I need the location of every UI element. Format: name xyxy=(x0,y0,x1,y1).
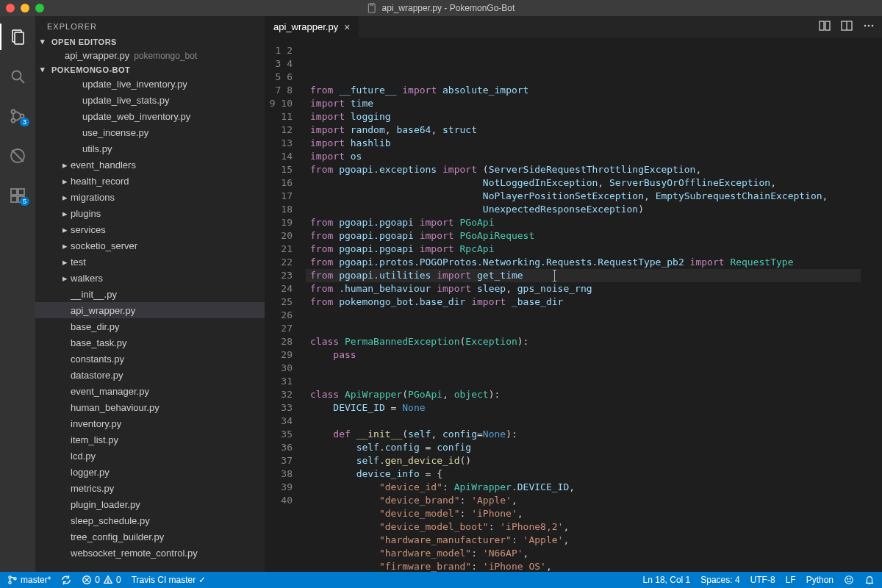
tree-folder[interactable]: ▸health_record xyxy=(35,173,265,189)
compare-icon[interactable] xyxy=(819,20,831,34)
status-spaces[interactable]: Spaces: 4 xyxy=(700,575,739,585)
svg-line-4 xyxy=(20,79,24,83)
tree-file[interactable]: item_list.py xyxy=(35,431,265,448)
status-sync[interactable] xyxy=(61,575,71,585)
bell-icon xyxy=(864,575,875,585)
tree-file[interactable]: plugin_loader.py xyxy=(35,496,265,512)
tree-file[interactable]: websocket_remote_control.py xyxy=(35,545,265,561)
tree-file[interactable]: logger.py xyxy=(35,464,265,480)
tree-item-label: update_live_inventory.py xyxy=(82,79,187,90)
tree-file[interactable]: datastore.py xyxy=(35,367,265,383)
sidebar-title: EXPLORER xyxy=(35,16,265,35)
svg-point-30 xyxy=(847,578,848,579)
tab-api-wrapper[interactable]: api_wrapper.py × xyxy=(265,16,359,38)
activity-extensions[interactable]: 5 xyxy=(0,182,35,209)
tree-file[interactable]: utils.py xyxy=(35,140,265,157)
tree-file[interactable]: update_live_stats.py xyxy=(35,92,265,108)
tree-item-label: sleep_schedule.py xyxy=(71,515,150,526)
tree-item-label: item_list.py xyxy=(71,434,118,445)
status-problems[interactable]: 0 0 xyxy=(82,575,121,585)
tree-file[interactable]: metrics.py xyxy=(35,480,265,496)
tree-item-label: test xyxy=(71,257,86,268)
svg-line-9 xyxy=(12,150,24,162)
tree-file[interactable]: inventory.py xyxy=(35,415,265,431)
status-lncol[interactable]: Ln 18, Col 1 xyxy=(643,575,691,585)
chevron-right-icon: ▸ xyxy=(59,257,71,268)
editor-area: api_wrapper.py × 1 2 3 4 5 6 7 8 9 10 11… xyxy=(265,16,882,572)
close-icon[interactable]: × xyxy=(344,21,350,33)
tree-item-label: logger.py xyxy=(71,467,110,478)
code-editor[interactable]: 1 2 3 4 5 6 7 8 9 10 11 12 13 14 15 16 1… xyxy=(265,38,882,572)
tree-item-label: socketio_server xyxy=(71,240,137,251)
tree-folder[interactable]: ▸plugins xyxy=(35,205,265,221)
sync-icon xyxy=(61,575,71,585)
tree-folder[interactable]: ▸event_handlers xyxy=(35,157,265,173)
activity-source-control[interactable]: 3 xyxy=(0,103,35,129)
status-encoding[interactable]: UTF-8 xyxy=(750,575,775,585)
status-branch[interactable]: master* xyxy=(7,575,51,585)
error-icon xyxy=(82,575,92,585)
tree-file[interactable]: lcd.py xyxy=(35,448,265,464)
tree-folder[interactable]: ▸services xyxy=(35,221,265,237)
tree-file[interactable]: tree_config_builder.py xyxy=(35,528,265,545)
svg-point-19 xyxy=(868,25,870,27)
tree-file[interactable]: constants.py xyxy=(35,351,265,367)
svg-point-29 xyxy=(845,576,853,584)
tree-folder[interactable]: ▸walkers xyxy=(35,270,265,286)
tree-folder[interactable]: ▸socketio_server xyxy=(35,237,265,254)
chevron-right-icon: ▸ xyxy=(59,224,71,235)
tree-file[interactable]: __init__.py xyxy=(35,286,265,302)
status-bar: master* 0 0 Travis CI master ✓ Ln 18, Co… xyxy=(0,572,882,588)
tree-file[interactable]: event_manager.py xyxy=(35,383,265,399)
maximize-window-button[interactable] xyxy=(35,4,44,12)
open-editor-hint: pokemongo_bot xyxy=(134,51,197,61)
scm-badge: 3 xyxy=(20,118,29,126)
tree-folder[interactable]: ▸migrations xyxy=(35,189,265,205)
status-language[interactable]: Python xyxy=(806,575,833,585)
status-feedback[interactable] xyxy=(844,575,854,585)
activity-search[interactable] xyxy=(0,63,35,90)
svg-point-31 xyxy=(850,578,850,579)
folder-header[interactable]: ▾ POKEMONGO-BOT xyxy=(35,63,265,76)
svg-point-22 xyxy=(9,581,11,584)
tree-item-label: walkers xyxy=(71,273,103,284)
tree-file[interactable]: base_task.py xyxy=(35,334,265,351)
activity-explorer[interactable] xyxy=(0,24,35,50)
close-window-button[interactable] xyxy=(6,4,15,12)
tree-item-label: update_web_inventory.py xyxy=(82,111,190,122)
chevron-down-icon: ▾ xyxy=(37,37,49,46)
chevron-right-icon: ▸ xyxy=(59,176,71,187)
tree-item-label: plugins xyxy=(71,208,101,219)
tree-file[interactable]: sleep_schedule.py xyxy=(35,512,265,528)
status-notifications[interactable] xyxy=(864,575,875,585)
tree-item-label: base_task.py xyxy=(71,337,127,348)
tree-file[interactable]: human_behaviour.py xyxy=(35,399,265,415)
tree-file[interactable]: update_live_inventory.py xyxy=(35,76,265,92)
git-branch-icon xyxy=(7,575,18,585)
tree-folder[interactable]: ▸test xyxy=(35,254,265,270)
tree-item-label: services xyxy=(71,224,106,235)
tree-file[interactable]: use_incense.py xyxy=(35,124,265,140)
minimize-window-button[interactable] xyxy=(21,4,29,12)
activity-debug[interactable] xyxy=(0,143,35,169)
svg-point-18 xyxy=(864,25,867,27)
file-tree[interactable]: update_live_inventory.pyupdate_live_stat… xyxy=(35,76,265,572)
tree-file[interactable]: api_wrapper.py xyxy=(35,302,265,318)
open-editors-header[interactable]: ▾ OPEN EDITORS xyxy=(35,35,265,48)
minimap[interactable] xyxy=(872,38,882,572)
svg-point-20 xyxy=(872,25,874,27)
tree-file[interactable]: update_web_inventory.py xyxy=(35,108,265,124)
tab-label: api_wrapper.py xyxy=(273,21,338,32)
more-icon[interactable] xyxy=(863,20,875,34)
text-cursor-icon xyxy=(554,270,555,282)
status-eol[interactable]: LF xyxy=(786,575,796,585)
split-editor-icon[interactable] xyxy=(841,20,853,34)
tree-file[interactable]: base_dir.py xyxy=(35,318,265,334)
warning-icon xyxy=(103,575,113,585)
open-editor-item[interactable]: api_wrapper.py pokemongo_bot xyxy=(35,48,265,63)
activity-bar: 3 5 xyxy=(0,16,35,572)
tree-item-label: update_live_stats.py xyxy=(82,95,170,106)
tree-item-label: api_wrapper.py xyxy=(71,305,135,316)
svg-point-3 xyxy=(12,71,21,80)
status-ci[interactable]: Travis CI master ✓ xyxy=(132,575,207,585)
